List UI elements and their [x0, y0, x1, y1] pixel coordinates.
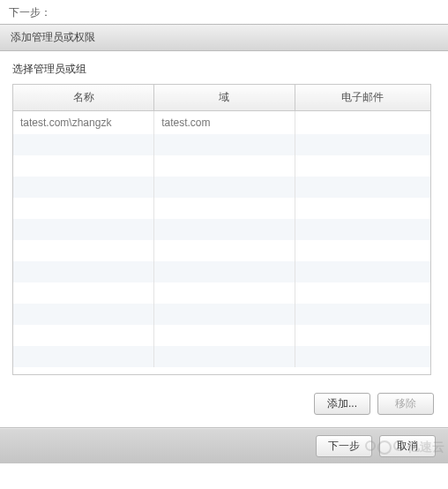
cell-name	[13, 155, 154, 177]
cell-domain: tatest.com	[154, 111, 295, 135]
table-row[interactable]	[13, 198, 430, 219]
cell-name	[13, 282, 154, 304]
table-row[interactable]	[13, 240, 430, 261]
cell-domain	[154, 134, 295, 155]
section-label: 选择管理员或组	[12, 62, 436, 77]
cell-name	[13, 177, 154, 198]
table-row[interactable]	[13, 155, 430, 177]
cell-domain	[154, 304, 295, 325]
col-header-domain[interactable]: 域	[154, 85, 295, 111]
cell-email	[295, 155, 430, 177]
table-row[interactable]	[13, 134, 430, 155]
wizard-header-title: 添加管理员或权限	[11, 31, 95, 43]
cancel-button[interactable]: 取消	[379, 435, 436, 457]
cell-domain	[154, 219, 295, 240]
cell-domain	[154, 155, 295, 177]
content-area: 选择管理员或组 名称 域 电子邮件 tatest.com\zhangzktate…	[0, 51, 448, 384]
cell-name	[13, 134, 154, 155]
next-button[interactable]: 下一步	[316, 435, 372, 457]
remove-button[interactable]: 移除	[377, 393, 434, 415]
table-row[interactable]	[13, 282, 430, 304]
cell-name	[13, 240, 154, 261]
col-header-name[interactable]: 名称	[13, 85, 154, 111]
cell-email	[295, 240, 430, 261]
table-row[interactable]	[13, 219, 430, 240]
cell-name	[13, 219, 154, 240]
table-body: tatest.com\zhangzktatest.com	[13, 111, 430, 368]
cell-email	[295, 134, 430, 155]
wizard-footer: 下一步 取消	[0, 428, 448, 463]
table-row[interactable]: tatest.com\zhangzktatest.com	[13, 111, 430, 135]
cell-email	[295, 325, 430, 346]
cell-email	[295, 282, 430, 304]
cell-domain	[154, 261, 295, 282]
cell-name: tatest.com\zhangzk	[13, 111, 154, 135]
cell-email	[295, 198, 430, 219]
cell-email	[295, 261, 430, 282]
cell-email	[295, 304, 430, 325]
table-header-row: 名称 域 电子邮件	[13, 85, 430, 111]
table-row[interactable]	[13, 325, 430, 346]
admin-table: 名称 域 电子邮件 tatest.com\zhangzktatest.com	[13, 85, 430, 367]
cell-email	[295, 177, 430, 198]
cell-email	[295, 346, 430, 367]
col-header-email[interactable]: 电子邮件	[295, 85, 430, 111]
table-row[interactable]	[13, 346, 430, 367]
wizard-header: 添加管理员或权限	[0, 24, 448, 51]
table-button-row: 添加... 移除	[0, 384, 448, 424]
cell-name	[13, 346, 154, 367]
add-button[interactable]: 添加...	[314, 393, 370, 415]
table-row[interactable]	[13, 261, 430, 282]
cell-name	[13, 198, 154, 219]
step-label: 下一步：	[0, 0, 448, 24]
cell-domain	[154, 198, 295, 219]
cell-email	[295, 219, 430, 240]
cell-name	[13, 304, 154, 325]
cell-domain	[154, 177, 295, 198]
cell-name	[13, 325, 154, 346]
table-row[interactable]	[13, 304, 430, 325]
cell-domain	[154, 282, 295, 304]
cell-domain	[154, 325, 295, 346]
cell-domain	[154, 346, 295, 367]
admin-table-container: 名称 域 电子邮件 tatest.com\zhangzktatest.com	[12, 84, 431, 375]
cell-name	[13, 261, 154, 282]
cell-email	[295, 111, 430, 135]
table-row[interactable]	[13, 177, 430, 198]
cell-domain	[154, 240, 295, 261]
